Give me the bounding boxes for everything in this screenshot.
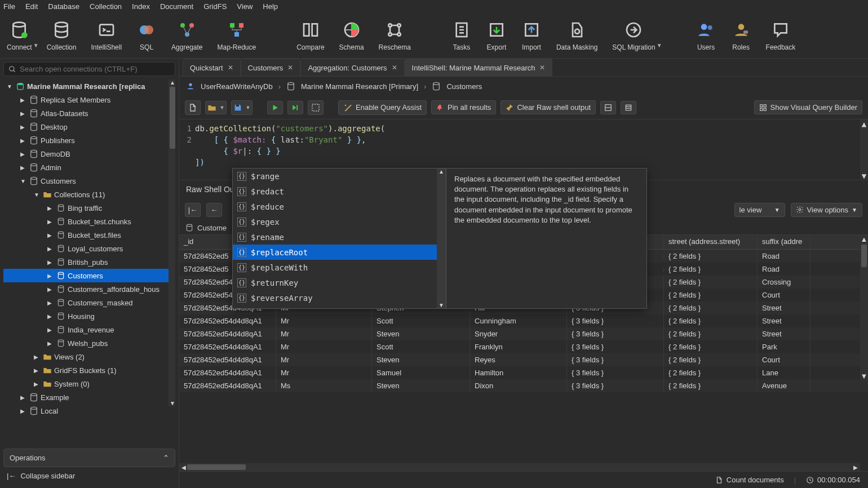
open-file-button[interactable]: ▼ [205,101,227,114]
menu-edit[interactable]: Edit [25,2,38,11]
run-selection-button[interactable] [308,100,324,115]
menu-database[interactable]: Database [48,2,79,11]
tree-folder-views-[interactable]: ▶Views (2) [3,350,175,363]
tree-coll-customers-affordable-hous[interactable]: ▶Customers_affordable_hous [3,282,175,296]
enable-query-assist-button[interactable]: Enable Query Assist [338,100,427,115]
tree-root[interactable]: ▼ Marine Mammal Research [replica [3,79,175,93]
ac-item-rename[interactable]: {}$rename [233,229,437,245]
output-view-button[interactable] [621,101,636,114]
count-docs-button[interactable]: Count documents [715,476,784,484]
ac-item-replaceRoot[interactable]: {}$replaceRoot [233,245,437,260]
tree-coll-india-revenue[interactable]: ▶India_revenue [3,323,175,336]
ac-item-regex[interactable]: {}$regex [233,214,437,229]
col-suffix[interactable]: suffix (addre [758,235,811,249]
scroll-left-icon[interactable]: ◀ [181,464,186,471]
tree-folder-system-[interactable]: ▶System (0) [3,377,175,391]
layout-toggle-button[interactable] [600,101,616,114]
menu-gridfs[interactable]: GridFS [203,2,227,11]
ac-item-reverseArray[interactable]: {}$reverseArray [233,290,437,305]
tool-reschema[interactable]: Reschema [379,20,411,51]
clear-output-button[interactable]: Clear Raw shell output [501,100,596,114]
tree-db-customers[interactable]: ▼Customers [3,174,175,188]
view-mode-select[interactable]: le view▼ [734,203,785,217]
scroll-right-icon[interactable]: ▶ [853,464,858,471]
tool-connect[interactable]: Connect▼ [7,20,32,51]
tool-import[interactable]: Import [521,20,542,51]
tree-coll-customers-masked[interactable]: ▶Customers_masked [3,296,175,309]
tree-coll-housing[interactable]: ▶Housing [3,309,175,323]
table-row[interactable]: 57d28452ed54d4d8qA1MrSamuelHamilton{ 3 f… [179,366,868,379]
menu-help[interactable]: Help [263,2,278,11]
tool-map-reduce[interactable]: Map-Reduce [218,20,256,51]
menu-index[interactable]: Index [132,2,150,11]
close-icon[interactable]: ✕ [228,64,233,72]
autocomplete-scrollbar[interactable]: ▲▼ [437,168,446,308]
tree-db-local[interactable]: ▶Local [3,404,175,418]
tree-vscrollbar[interactable]: ▲▼ [169,79,175,406]
tree-db-admin[interactable]: ▶Admin [3,161,175,174]
tree-coll-bucket-test-chunks[interactable]: ▶Bucket_test.chunks [3,215,175,228]
tab-intellishell-marine-mammal-research[interactable]: IntelliShell: Marine Mammal Research✕ [405,59,553,76]
tree-folder-gridfs-buckets-[interactable]: ▶GridFS Buckets (1) [3,363,175,377]
hscroll-thumb[interactable] [187,464,246,470]
tab-aggregation-customers[interactable]: Aggregation: Customers✕ [300,59,404,76]
table-vscrollbar[interactable]: ▲▼ [860,235,868,380]
table-row[interactable]: 57d28452ed54d4d8qA1MrStevenReyes{ 3 fiel… [179,353,868,366]
tool-tasks[interactable]: Tasks [451,20,472,51]
menu-view[interactable]: View [237,2,253,11]
first-page-button[interactable]: |← [185,203,201,217]
save-button[interactable]: ▼ [231,100,253,115]
tree-coll-welsh-pubs[interactable]: ▶Welsh_pubs [3,336,175,350]
tool-users[interactable]: Users [696,20,716,51]
ac-item-redact[interactable]: {}$redact [233,184,437,199]
run-button[interactable] [267,101,283,114]
tree-db-demodb[interactable]: ▶DemoDB [3,147,175,161]
tree-coll-loyal-customers[interactable]: ▶Loyal_customers [3,242,175,255]
close-icon[interactable]: ✕ [392,64,397,72]
ac-item-returnKey[interactable]: {}$returnKey [233,275,437,290]
editor-vscrollbar[interactable]: ▲▼ [860,119,868,180]
table-row[interactable]: 57d28452ed54d4d8qA1MrScottFranklyn{ 3 fi… [179,340,868,353]
tool-roles[interactable]: Roles [731,20,751,51]
ac-item-replaceWith[interactable]: {}$replaceWith [233,260,437,275]
close-icon[interactable]: ✕ [287,64,293,72]
tool-sql-migration[interactable]: SQL Migration▼ [612,20,655,51]
tab-quickstart[interactable]: Quickstart✕ [183,59,241,76]
menu-file[interactable]: File [3,2,15,11]
prev-page-button[interactable]: ← [206,203,222,217]
tool-aggregate[interactable]: Aggregate [171,20,202,51]
table-row[interactable]: 57d28452ed54d4d8qA1MrStevenSnyder{ 3 fie… [179,327,868,340]
crumb-user[interactable]: UserReadWriteAnyDb [201,82,273,91]
tab-customers[interactable]: Customers✕ [241,59,301,76]
crumb-db[interactable]: Marine Mammal Research [Primary] [301,82,418,91]
col-street[interactable]: street (address.street) [664,235,758,249]
tool-intellishell[interactable]: IntelliShell [91,20,122,51]
tool-export[interactable]: Export [486,20,507,51]
run-next-button[interactable] [287,101,303,114]
ac-item-range[interactable]: {}$range [233,168,437,184]
tool-compare[interactable]: Compare [296,20,324,51]
menu-document[interactable]: Document [160,2,193,11]
search-connections[interactable] [3,62,175,76]
ac-item-reduce[interactable]: {}$reduce [233,199,437,214]
tool-schema[interactable]: Schema [339,20,364,51]
tool-sql[interactable]: SQL [136,20,157,51]
tool-collection[interactable]: Collection [47,20,77,51]
visual-query-builder-button[interactable]: Show Visual Query Builder [754,100,862,114]
table-row[interactable]: 57d28452ed54d4d8qA1MrScottCunningham{ 3 … [179,314,868,327]
tree-db-desktop[interactable]: ▶Desktop [3,120,175,134]
tree-coll-customers[interactable]: ▶Customers [3,269,175,282]
view-options-button[interactable]: View options ▼ [791,203,862,217]
close-icon[interactable]: ✕ [539,64,545,72]
tree-db-example[interactable]: ▶Example [3,391,175,404]
tree-coll-bucket-test-files[interactable]: ▶Bucket_test.files [3,228,175,242]
table-row[interactable]: 57d28452ed54d4d8qA1MsStevenDixon{ 3 fiel… [179,379,868,392]
table-hscrollbar[interactable]: ◀ ▶ [179,463,860,471]
tool-data-masking[interactable]: Data Masking [556,20,597,51]
crumb-collection[interactable]: Customers [446,82,482,91]
tree-coll-bing-traffic[interactable]: ▶Bing traffic [3,201,175,215]
tree-db-atlas-datasets[interactable]: ▶Atlas-Datasets [3,107,175,120]
search-input[interactable] [20,65,170,73]
new-file-button[interactable] [185,100,201,115]
menu-collection[interactable]: Collection [90,2,122,11]
